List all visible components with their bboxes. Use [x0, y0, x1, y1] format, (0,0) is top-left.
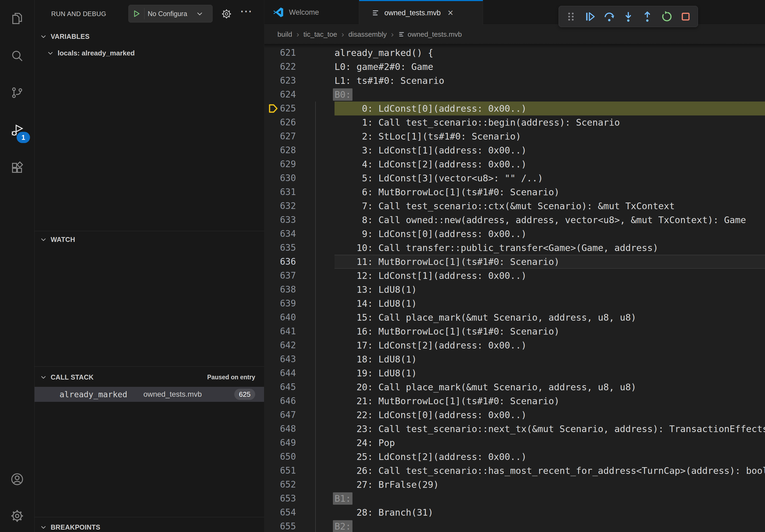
code-text[interactable]: 17: LdConst[2](address: 0x00..): [335, 338, 765, 352]
line-number[interactable]: 645: [278, 380, 296, 394]
code-line[interactable]: 645 20: Call place_mark(&mut Scenario, a…: [264, 380, 765, 394]
editor-gutter[interactable]: 629: [264, 157, 315, 171]
code-text[interactable]: 15: Call place_mark(&mut Scenario, addre…: [335, 311, 765, 324]
code-text[interactable]: B1:: [335, 492, 765, 505]
gutter-marker-zone[interactable]: [264, 505, 278, 519]
editor-gutter[interactable]: 640: [264, 311, 315, 324]
line-number[interactable]: 649: [278, 436, 296, 450]
call-stack-section-header[interactable]: CALL STACK Paused on entry: [35, 370, 264, 384]
activity-run-debug-button[interactable]: 1: [0, 117, 34, 145]
code-line[interactable]: 630 5: LdConst[3](vector<u8>: "" /..): [264, 171, 765, 185]
code-text[interactable]: 14: LdU8(1): [335, 297, 765, 311]
code-line[interactable]: 632 7: Call test_scenario::ctx(&mut Scen…: [264, 199, 765, 213]
variables-scope-row[interactable]: locals: already_marked: [35, 46, 264, 60]
editor-gutter[interactable]: 636: [264, 255, 315, 269]
code-line[interactable]: 627 2: StLoc[1](ts#1#0: Scenario): [264, 130, 765, 143]
editor-gutter[interactable]: 625: [264, 102, 315, 116]
code-text[interactable]: 1: Call test_scenario::begin(address): S…: [335, 116, 765, 130]
editor-gutter[interactable]: 638: [264, 283, 315, 297]
activity-search-button[interactable]: [0, 42, 34, 70]
breadcrumb-item[interactable]: build: [278, 30, 292, 39]
editor-gutter[interactable]: 622: [264, 60, 315, 74]
editor-gutter[interactable]: 630: [264, 171, 315, 185]
breadcrumb-item[interactable]: tic_tac_toe: [304, 30, 337, 39]
gutter-marker-zone[interactable]: [264, 324, 278, 338]
editor-gutter[interactable]: 623: [264, 74, 315, 88]
line-number[interactable]: 640: [278, 311, 296, 324]
activity-extensions-button[interactable]: [0, 154, 34, 182]
line-number[interactable]: 632: [278, 199, 296, 213]
gutter-marker-zone[interactable]: [264, 352, 278, 366]
code-text[interactable]: 5: LdConst[3](vector<u8>: "" /..): [335, 171, 765, 185]
gutter-marker-zone[interactable]: [264, 88, 278, 102]
gutter-marker-zone[interactable]: [264, 213, 278, 227]
watch-section-header[interactable]: WATCH: [35, 232, 264, 246]
line-number[interactable]: 621: [278, 46, 296, 60]
gutter-marker-zone[interactable]: [264, 478, 278, 492]
line-number[interactable]: 637: [278, 269, 296, 283]
line-number[interactable]: 629: [278, 157, 296, 171]
play-icon[interactable]: [132, 9, 141, 18]
editor-gutter[interactable]: 650: [264, 450, 315, 464]
gutter-marker-zone[interactable]: [264, 143, 278, 157]
line-number[interactable]: 633: [278, 213, 296, 227]
code-text[interactable]: already_marked() {: [335, 46, 765, 60]
gutter-marker-zone[interactable]: [264, 450, 278, 464]
code-line[interactable]: 623L1: ts#1#0: Scenario: [264, 74, 765, 88]
line-number[interactable]: 630: [278, 171, 296, 185]
restart-button[interactable]: [658, 8, 675, 25]
gutter-marker-zone[interactable]: [264, 436, 278, 450]
gutter-marker-zone[interactable]: [264, 185, 278, 199]
gutter-marker-zone[interactable]: [264, 46, 278, 60]
line-number[interactable]: 627: [278, 130, 296, 143]
code-text[interactable]: 3: LdConst[1](address: 0x00..): [335, 143, 765, 157]
code-text[interactable]: 21: MutBorrowLoc[1](ts#1#0: Scenario): [335, 394, 765, 408]
line-number[interactable]: 636: [278, 255, 296, 269]
editor-gutter[interactable]: 637: [264, 269, 315, 283]
line-number[interactable]: 638: [278, 283, 296, 297]
editor-gutter[interactable]: 621: [264, 46, 315, 60]
code-line[interactable]: 621already_marked() {: [264, 46, 765, 60]
line-number[interactable]: 628: [278, 143, 296, 157]
editor-gutter[interactable]: 633: [264, 213, 315, 227]
tab-owned-tests[interactable]: owned_tests.mvb ×: [359, 0, 483, 25]
launch-configuration-dropdown[interactable]: No Configura: [128, 5, 213, 23]
step-over-button[interactable]: [601, 8, 618, 25]
code-text[interactable]: 20: Call place_mark(&mut Scenario, addre…: [335, 380, 765, 394]
code-text[interactable]: 4: LdConst[2](address: 0x00..): [335, 157, 765, 171]
line-number[interactable]: 648: [278, 422, 296, 436]
code-line[interactable]: 654 28: Branch(31): [264, 505, 765, 519]
step-out-button[interactable]: [639, 8, 656, 25]
editor-gutter[interactable]: 627: [264, 130, 315, 143]
code-line[interactable]: 633 8: Call owned::new(address, address,…: [264, 213, 765, 227]
gutter-marker-zone[interactable]: [264, 464, 278, 478]
gutter-marker-zone[interactable]: [264, 283, 278, 297]
editor-gutter[interactable]: 632: [264, 199, 315, 213]
code-text[interactable]: 27: BrFalse(29): [335, 478, 765, 492]
close-icon[interactable]: ×: [447, 8, 453, 18]
code-line[interactable]: 649 24: Pop: [264, 436, 765, 450]
editor-gutter[interactable]: 645: [264, 380, 315, 394]
code-line[interactable]: 629 4: LdConst[2](address: 0x00..): [264, 157, 765, 171]
code-line[interactable]: 651 26: Call test_scenario::has_most_rec…: [264, 464, 765, 478]
gutter-marker-zone[interactable]: [264, 380, 278, 394]
editor-gutter[interactable]: 644: [264, 366, 315, 380]
gutter-marker-zone[interactable]: [264, 60, 278, 74]
code-line[interactable]: 635 10: Call transfer::public_transfer<G…: [264, 241, 765, 255]
editor-gutter[interactable]: 649: [264, 436, 315, 450]
gutter-marker-zone[interactable]: [264, 492, 278, 505]
activity-source-control-button[interactable]: [0, 79, 34, 107]
editor-gutter[interactable]: 643: [264, 352, 315, 366]
code-line[interactable]: 624B0:: [264, 88, 765, 102]
gutter-marker-zone[interactable]: [264, 408, 278, 422]
code-text[interactable]: 26: Call test_scenario::has_most_recent_…: [335, 464, 765, 478]
settings-button[interactable]: [0, 502, 34, 530]
code-text[interactable]: 18: LdU8(1): [335, 352, 765, 366]
editor-gutter[interactable]: 628: [264, 143, 315, 157]
code-viewport[interactable]: 621already_marked() {622L0: game#2#0: Ga…: [264, 44, 765, 532]
gutter-marker-zone[interactable]: [264, 199, 278, 213]
code-line[interactable]: 625 0: LdConst[0](address: 0x00..): [264, 102, 765, 116]
code-text[interactable]: 19: LdU8(1): [335, 366, 765, 380]
toolbar-drag-handle[interactable]: [563, 8, 579, 25]
code-line[interactable]: 648 23: Call test_scenario::next_tx(&mut…: [264, 422, 765, 436]
